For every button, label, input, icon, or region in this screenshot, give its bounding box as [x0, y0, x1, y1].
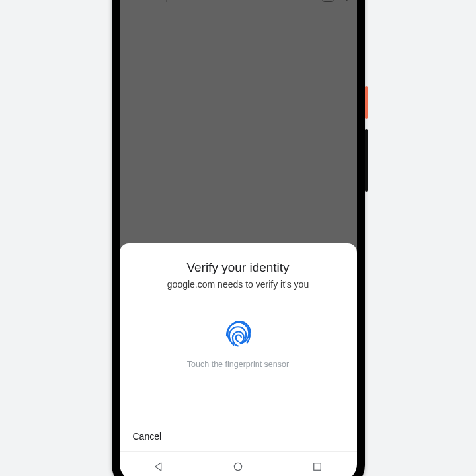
svg-rect-1 [313, 463, 321, 470]
nav-recents-icon[interactable] [311, 461, 323, 473]
address-bar[interactable]: example.com [129, 0, 201, 2]
system-nav-bar [120, 451, 357, 476]
fingerprint-hint: Touch the fingerprint sensor [187, 360, 289, 369]
screen: example.com 4 Verify your identity googl… [120, 0, 357, 476]
volume-button [365, 129, 368, 192]
nav-back-icon[interactable] [153, 461, 165, 473]
overflow-menu-icon[interactable] [343, 0, 350, 2]
dialog-subtitle: google.com needs to verify it's you [138, 279, 338, 290]
dialog-title: Verify your identity [138, 260, 338, 275]
lock-icon [129, 0, 136, 1]
nav-home-icon[interactable] [232, 461, 244, 473]
tab-switcher[interactable]: 4 [322, 0, 334, 2]
url-text: example.com [141, 0, 201, 2]
cancel-button[interactable]: Cancel [132, 427, 163, 446]
svg-point-0 [234, 463, 241, 470]
browser-toolbar: example.com 4 [120, 0, 357, 11]
power-button [365, 86, 368, 119]
phone-frame: example.com 4 Verify your identity googl… [112, 0, 365, 476]
biometric-dialog: Verify your identity google.com needs to… [120, 243, 357, 476]
fingerprint-icon [221, 316, 255, 350]
